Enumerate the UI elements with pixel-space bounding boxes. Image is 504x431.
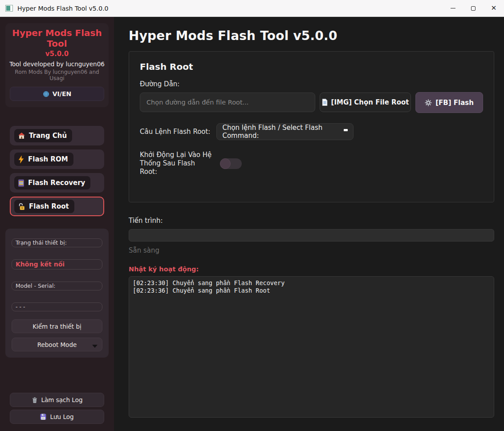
choose-file-root-label: [IMG] Chọn File Root: [331, 98, 409, 106]
titlebar: Hyper Mods Flash Tool v5.0.0 ✕: [0, 0, 504, 17]
progress-label: Tiến trình:: [129, 217, 494, 225]
document-icon: [322, 99, 328, 106]
log-line: [02:23:36] Chuyển sang phần Flash Root: [133, 287, 490, 294]
reboot-after-flash-toggle[interactable]: [220, 158, 242, 169]
sidebar-item-flash-recovery[interactable]: Flash Recovery: [10, 173, 104, 193]
clear-log-button[interactable]: Làm sạch Log: [10, 393, 104, 407]
save-log-label: Lưu Log: [50, 413, 73, 420]
reboot-mode-dropdown[interactable]: Reboot Mode: [12, 338, 102, 351]
clear-log-label: Làm sạch Log: [41, 396, 83, 403]
lightning-icon: [18, 156, 24, 163]
toggle-knob: [220, 158, 231, 169]
maximize-icon: [471, 6, 476, 11]
root-file-path-input[interactable]: [140, 93, 315, 112]
device-status-panel: Trạng thái thiết bị: Không kết nối Model…: [5, 229, 109, 358]
fb-flash-button[interactable]: [FB] Flash: [415, 92, 483, 113]
trash-icon: [32, 397, 38, 403]
activity-log[interactable]: [02:23:30] Chuyển sang phần Flash Recove…: [129, 276, 494, 418]
globe-icon: [43, 91, 49, 97]
minimize-button[interactable]: [443, 0, 463, 17]
maximize-button[interactable]: [463, 0, 484, 17]
close-icon: ✕: [491, 5, 497, 12]
language-toggle-label: VI/EN: [53, 90, 71, 97]
check-device-button[interactable]: Kiểm tra thiết bị: [12, 319, 102, 333]
model-serial-label: Model - Serial:: [12, 282, 102, 290]
app-window-icon: [5, 5, 13, 12]
path-label: Đường Dẫn:: [140, 80, 483, 88]
model-serial-value: - - -: [12, 302, 102, 311]
sidebar-item-label: Trang Chủ: [29, 132, 67, 140]
log-line: [02:23:30] Chuyển sang phần Flash Recove…: [133, 279, 490, 287]
flash-command-selected-value: Chọn lệnh Flash / Select Flash Command:: [222, 124, 343, 140]
sidebar-item-trang-chu[interactable]: Trang Chủ: [10, 126, 104, 145]
reboot-after-flash-label: Khởi Động Lại Vào Hệ Thống Sau Flash Roo…: [140, 151, 212, 177]
choose-file-root-button[interactable]: [IMG] Chọn File Root: [320, 93, 411, 112]
sidebar-item-label: Flash Root: [29, 202, 69, 210]
app-version: v5.0.0: [7, 50, 107, 58]
flash-root-card: Flash Root Đường Dẫn: [IMG] Chọn File Ro…: [129, 51, 494, 202]
close-button[interactable]: ✕: [484, 0, 504, 17]
sidebar-item-label: Flash ROM: [28, 155, 68, 163]
sidebar-item-flash-root[interactable]: Flash Root: [10, 197, 104, 216]
device-status-value: Không kết nối: [12, 259, 102, 270]
app-title: Hyper Mods Flash Tool: [7, 28, 107, 49]
floppy-icon: [40, 414, 46, 420]
status-text: Sẵn sàng: [129, 246, 494, 254]
recovery-disk-icon: [18, 179, 24, 187]
sidebar-item-label: Flash Recovery: [28, 179, 85, 187]
main-content: Hyper Mods Flash Tool v5.0.0 Flash Root …: [114, 17, 504, 431]
language-toggle-button[interactable]: VI/EN: [10, 87, 104, 101]
gear-icon: [425, 99, 432, 106]
page-title: Hyper Mods Flash Tool v5.0.0: [129, 28, 494, 43]
select-caret-icon: [344, 129, 348, 131]
flash-root-card-title: Flash Root: [140, 61, 483, 72]
save-log-button[interactable]: Lưu Log: [10, 410, 104, 424]
sidebar-nav: Trang Chủ Flash ROM Flash Recovery: [5, 126, 109, 216]
flash-command-label: Câu Lệnh Flash Root:: [140, 128, 210, 136]
sidebar-log-actions: Làm sạch Log Lưu Log: [5, 393, 109, 424]
window-title: Hyper Mods Flash Tool v5.0.0: [17, 5, 108, 12]
unlock-icon: [18, 203, 25, 210]
developer-credit: Tool developed by lucnguyen06: [7, 60, 107, 68]
progress-bar: [129, 229, 494, 242]
sidebar-header: Hyper Mods Flash Tool v5.0.0 Tool develo…: [5, 23, 109, 107]
activity-log-label: Nhật ký hoạt động:: [129, 266, 494, 273]
rom-credit: Rom Mods By lucnguyen06 and Usagi: [7, 69, 107, 81]
flash-command-select[interactable]: Chọn lệnh Flash / Select Flash Command:: [216, 123, 354, 140]
reboot-mode-label: Reboot Mode: [37, 341, 77, 348]
device-status-label: Trạng thái thiết bị:: [12, 238, 102, 247]
app-window: Hyper Mods Flash Tool v5.0.0 ✕ Hyper Mod…: [0, 0, 504, 431]
home-icon: [18, 132, 25, 140]
sidebar-item-flash-rom[interactable]: Flash ROM: [10, 149, 104, 169]
fb-flash-label: [FB] Flash: [435, 99, 474, 107]
minimize-icon: [451, 8, 455, 8]
sidebar: Hyper Mods Flash Tool v5.0.0 Tool develo…: [0, 17, 114, 431]
chevron-down-icon: [92, 345, 98, 348]
